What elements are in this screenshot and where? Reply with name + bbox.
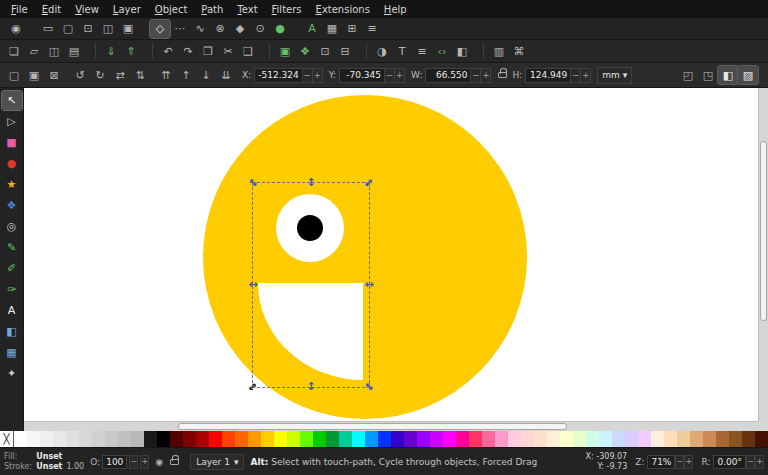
palette-swatch[interactable] xyxy=(690,431,703,447)
palette-swatch[interactable] xyxy=(573,431,586,447)
palette-swatch[interactable] xyxy=(547,431,560,447)
menu-item[interactable]: Layer xyxy=(106,2,148,17)
snap-guides-icon[interactable]: ≡ xyxy=(362,20,382,38)
palette-swatch[interactable] xyxy=(365,431,378,447)
menu-item[interactable]: Edit xyxy=(35,2,68,17)
palette-swatch[interactable] xyxy=(378,431,391,447)
menu-item[interactable]: Object xyxy=(148,2,195,17)
palette-swatch[interactable] xyxy=(534,431,547,447)
star-tool[interactable]: ★ xyxy=(2,175,22,194)
menu-item[interactable]: File xyxy=(4,2,35,17)
palette-swatch[interactable] xyxy=(586,431,599,447)
flip-vertical-icon[interactable]: ⇅ xyxy=(130,66,150,84)
box3d-tool[interactable]: ❖ xyxy=(2,196,22,215)
opacity-input[interactable]: 100 xyxy=(102,455,127,469)
palette-swatch[interactable] xyxy=(222,431,235,447)
snap-bbox-icon[interactable]: ▭ xyxy=(38,20,58,38)
horizontal-scrollbar[interactable] xyxy=(24,421,758,431)
palette-swatch[interactable] xyxy=(235,431,248,447)
snap-intersections-icon[interactable]: ⊗ xyxy=(210,20,230,38)
calligraphy-tool[interactable]: ✑ xyxy=(2,280,22,299)
node-tool[interactable]: ▷ xyxy=(2,112,22,131)
zoom-decrement-button[interactable]: − xyxy=(675,455,684,469)
palette-swatch[interactable] xyxy=(183,431,196,447)
palette-swatch[interactable] xyxy=(40,431,53,447)
flip-horizontal-icon[interactable]: ⇄ xyxy=(110,66,130,84)
pencil-tool[interactable]: ✎ xyxy=(2,238,22,257)
width-increment-button[interactable]: + xyxy=(481,68,491,83)
palette-swatch[interactable] xyxy=(599,431,612,447)
palette-swatch[interactable] xyxy=(651,431,664,447)
x-decrement-button[interactable]: − xyxy=(303,68,313,83)
no-color-swatch[interactable]: ╳ xyxy=(0,431,14,447)
palette-swatch[interactable] xyxy=(105,431,118,447)
export-icon[interactable]: ⇑ xyxy=(121,42,141,60)
xml-editor-icon[interactable]: ‹› xyxy=(432,42,452,60)
pen-tool[interactable]: ✐ xyxy=(2,259,22,278)
snap-bbox-edge-midpoints-icon[interactable]: ◫ xyxy=(98,20,118,38)
palette-swatch[interactable] xyxy=(482,431,495,447)
palette-swatch[interactable] xyxy=(638,431,651,447)
raise-icon[interactable]: ↑ xyxy=(176,66,196,84)
clone-icon[interactable]: ❖ xyxy=(295,42,315,60)
undo-icon[interactable]: ↶ xyxy=(158,42,178,60)
rotate-ccw-icon[interactable]: ↺ xyxy=(70,66,90,84)
palette-swatch[interactable] xyxy=(443,431,456,447)
horizontal-scrollbar-thumb[interactable] xyxy=(178,423,567,430)
snap-smooth-nodes-icon[interactable]: ⊙ xyxy=(250,20,270,38)
snap-page-border-icon[interactable]: ▦ xyxy=(322,20,342,38)
palette-swatch[interactable] xyxy=(508,431,521,447)
selection-handle-s[interactable]: ↕ xyxy=(306,382,315,392)
print-icon[interactable]: ▤ xyxy=(64,42,84,60)
rectangle-tool[interactable]: ■ xyxy=(2,133,22,152)
canvas[interactable]: ↔ ↕ ↔ ↔ ↔ ↔ ↕ ↔ xyxy=(24,88,758,421)
copy-icon[interactable]: ❐ xyxy=(198,42,218,60)
raise-to-top-icon[interactable]: ⇈ xyxy=(156,66,176,84)
palette-swatch[interactable] xyxy=(391,431,404,447)
palette-swatch[interactable] xyxy=(27,431,40,447)
palette-swatch[interactable] xyxy=(560,431,573,447)
palette-swatch[interactable] xyxy=(274,431,287,447)
document-properties-icon[interactable]: ▥ xyxy=(489,42,509,60)
lock-ratio-icon[interactable] xyxy=(498,72,507,78)
align-dialog-icon[interactable]: ≡ xyxy=(412,42,432,60)
save-document-icon[interactable]: ◫ xyxy=(44,42,64,60)
text-dialog-icon[interactable]: T xyxy=(392,42,412,60)
vertical-scrollbar-thumb[interactable] xyxy=(760,141,767,321)
palette-swatch[interactable] xyxy=(248,431,261,447)
vertical-scrollbar[interactable] xyxy=(758,88,768,421)
open-document-icon[interactable]: ▱ xyxy=(24,42,44,60)
layer-dropdown[interactable]: Layer 1 ▾ xyxy=(190,454,244,470)
snap-grids-icon[interactable]: ⊞ xyxy=(342,20,362,38)
palette-swatch[interactable] xyxy=(677,431,690,447)
enable-snapping-icon[interactable]: ◉ xyxy=(6,20,26,38)
preferences-icon[interactable]: ⌘ xyxy=(509,42,529,60)
height-input[interactable]: 124.949 xyxy=(525,68,571,83)
layer-visibility-icon[interactable]: ◉ xyxy=(155,457,163,467)
snap-midpoints-icon[interactable]: ● xyxy=(270,20,290,38)
menu-item[interactable]: Filters xyxy=(265,2,309,17)
snap-bbox-edges-icon[interactable]: ▢ xyxy=(58,20,78,38)
mesh-gradient-tool[interactable]: ▦ xyxy=(2,343,22,362)
menu-item[interactable]: Help xyxy=(377,2,414,17)
opacity-increment-button[interactable]: + xyxy=(140,455,149,469)
layer-lock-icon[interactable] xyxy=(170,459,179,465)
selection-handle-n[interactable]: ↕ xyxy=(306,178,315,188)
snap-bbox-centers-icon[interactable]: ▣ xyxy=(118,20,138,38)
palette-swatch[interactable] xyxy=(92,431,105,447)
palette-swatch[interactable] xyxy=(716,431,729,447)
height-increment-button[interactable]: + xyxy=(581,68,591,83)
palette-swatch[interactable] xyxy=(729,431,742,447)
snap-paths-icon[interactable]: ∿ xyxy=(190,20,210,38)
palette-swatch[interactable] xyxy=(66,431,79,447)
deselect-icon[interactable]: ⊠ xyxy=(44,66,64,84)
new-document-icon[interactable]: ❏ xyxy=(4,42,24,60)
menu-item[interactable]: Text xyxy=(230,2,264,17)
snap-cusp-nodes-icon[interactable]: ◆ xyxy=(230,20,250,38)
zoom-increment-button[interactable]: + xyxy=(684,455,693,469)
menu-item[interactable]: View xyxy=(68,2,106,17)
snap-nodes-icon[interactable]: ◇ xyxy=(150,20,170,38)
width-decrement-button[interactable]: − xyxy=(471,68,481,83)
palette-swatch[interactable] xyxy=(352,431,365,447)
palette-swatch[interactable] xyxy=(261,431,274,447)
